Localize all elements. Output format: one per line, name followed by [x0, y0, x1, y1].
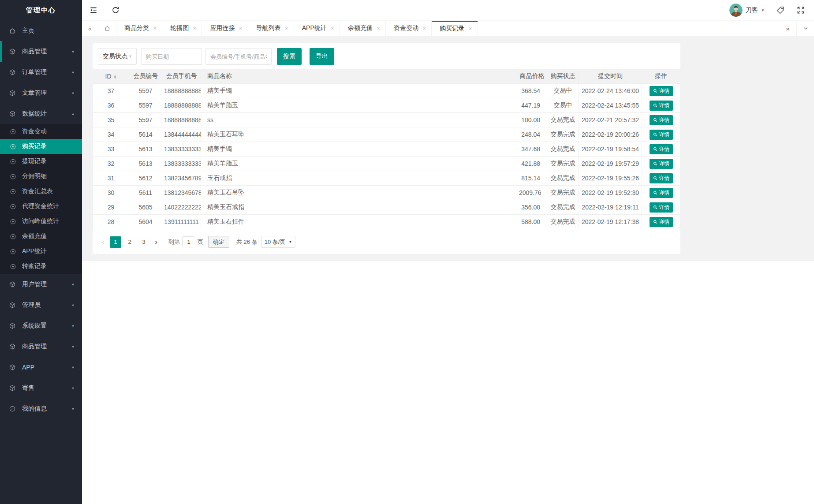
tab-nav-list[interactable]: 导航列表×	[248, 21, 294, 36]
jump-page-input[interactable]	[182, 236, 195, 247]
cell-member-no: 5613	[129, 142, 162, 157]
detail-button[interactable]: 详情	[650, 217, 673, 227]
detail-button-label: 详情	[659, 218, 670, 226]
sidebar-subitem-visit-peak-stats[interactable]: 访问峰值统计	[0, 214, 82, 229]
export-button[interactable]: 导出	[310, 48, 334, 65]
sidebar-item-article-manage[interactable]: 文章管理▼	[0, 82, 82, 103]
user-menu[interactable]: 刀客 ▼	[729, 4, 765, 17]
detail-button[interactable]: 详情	[650, 130, 673, 140]
sidebar-item-order-manage[interactable]: 订单管理▼	[0, 62, 82, 82]
cube-icon	[9, 69, 16, 76]
app-title: 管理中心	[0, 0, 82, 20]
cube-icon	[9, 90, 16, 97]
tabs-scroll-right-icon[interactable]: »	[779, 21, 796, 36]
detail-button-label: 详情	[659, 160, 670, 168]
cell-status: 交易完成	[547, 127, 579, 142]
sidebar-item-data-stats[interactable]: 数据统计▲	[0, 103, 82, 124]
page-size-select[interactable]: 10 条/页 ▼	[261, 236, 296, 248]
sidebar-item-consign[interactable]: 寄售▼	[0, 377, 82, 398]
sidebar-subitem-funds-change[interactable]: 资金变动	[0, 124, 82, 139]
cell-submit-time: 2022-02-19 12:19:11	[579, 200, 642, 215]
close-icon[interactable]: ×	[239, 25, 242, 32]
tabs-scroll-left-icon[interactable]: «	[82, 21, 98, 36]
tab-balance-recharge[interactable]: 余额充值×	[340, 21, 386, 36]
close-icon[interactable]: ×	[468, 25, 472, 32]
sidebar-subitem-label: 访问峰值统计	[22, 217, 59, 225]
chevron-down-icon: ▼	[71, 70, 75, 74]
detail-button[interactable]: 详情	[650, 188, 673, 198]
sidebar-subitem-purchase-records[interactable]: 购买记录	[0, 139, 82, 154]
sidebar-item-goods-manage[interactable]: 商品管理▼	[0, 41, 82, 62]
sidebar-subitem-commission-detail[interactable]: 分佣明细	[0, 169, 82, 184]
next-page-icon[interactable]: ›	[151, 236, 161, 248]
cell-product-name: 精美羊脂玉	[201, 98, 517, 113]
tab-app-link[interactable]: 应用连接×	[202, 21, 248, 36]
detail-button[interactable]: 详情	[650, 159, 673, 169]
sidebar-subitem-funds-summary[interactable]: 资金汇总表	[0, 184, 82, 199]
close-icon[interactable]: ×	[285, 25, 288, 32]
sidebar-item-home[interactable]: 主页	[0, 20, 82, 41]
cell-id: 36	[93, 98, 129, 113]
chevron-down-icon: ▼	[71, 282, 75, 286]
detail-button[interactable]: 详情	[650, 144, 673, 154]
sidebar-item-goods-manage-2[interactable]: 商品管理▼	[0, 336, 82, 357]
sidebar-item-app[interactable]: APP▼	[0, 357, 82, 377]
sidebar-subitem-balance-recharge[interactable]: 余额充值	[0, 229, 82, 244]
sidebar-item-admins[interactable]: 管理员▼	[0, 295, 82, 315]
page-button-1[interactable]: 1	[110, 236, 121, 248]
cell-phone: 13833333333	[162, 142, 201, 157]
cell-submit-time: 2022-02-19 19:57:29	[579, 157, 642, 171]
close-icon[interactable]: ×	[331, 25, 334, 32]
table-row: 36559718888888888精美羊脂玉447.19交易中2022-02-2…	[93, 98, 680, 113]
page-button-3[interactable]: 3	[138, 236, 149, 248]
close-icon[interactable]: ×	[377, 25, 380, 32]
close-icon[interactable]: ×	[153, 25, 157, 32]
tab-goods-category[interactable]: 商品分类×	[116, 21, 162, 36]
sidebar-item-system-settings[interactable]: 系统设置▼	[0, 315, 82, 336]
refresh-icon[interactable]	[111, 6, 120, 15]
cube-icon	[9, 322, 16, 329]
cell-actions: 详情	[642, 215, 680, 229]
sidebar-item-my-info[interactable]: 我的信息▼	[0, 398, 82, 419]
cell-price: 815.14	[517, 171, 547, 186]
tab-home[interactable]	[98, 21, 116, 36]
tab-funds-change[interactable]: 资金变动×	[386, 21, 432, 36]
jump-confirm-button[interactable]: 确定	[208, 236, 229, 248]
table-row: 28560413911111111精美玉石挂件588.00交易完成2022-02…	[93, 215, 680, 229]
sidebar-subitem-transfer-records[interactable]: 转账记录	[0, 259, 82, 274]
trade-status-label: 交易状态	[103, 52, 127, 60]
close-icon[interactable]: ×	[422, 25, 426, 32]
detail-button[interactable]: 详情	[650, 173, 673, 183]
fullscreen-icon[interactable]	[796, 6, 805, 15]
page-button-2[interactable]: 2	[124, 236, 135, 248]
tab-purchase-records[interactable]: 购买记录×	[432, 21, 478, 36]
sort-icon[interactable]: ▲▼	[114, 75, 117, 79]
detail-button[interactable]: 详情	[650, 101, 673, 111]
cell-price: 248.04	[517, 127, 547, 142]
tabbar-right: »	[779, 21, 814, 36]
keyword-input[interactable]	[205, 48, 272, 65]
detail-button-label: 详情	[659, 87, 670, 95]
topbar: 刀客 ▼	[82, 0, 814, 20]
tag-icon[interactable]	[776, 6, 785, 15]
cell-status: 交易完成	[547, 200, 579, 215]
menu-collapse-icon[interactable]	[89, 6, 98, 15]
column-header[interactable]: ID▲▼	[93, 69, 129, 84]
sidebar-subitem-withdraw-records[interactable]: 提现记录	[0, 154, 82, 169]
cell-actions: 详情	[642, 113, 680, 127]
detail-button[interactable]: 详情	[650, 86, 673, 96]
prev-page-icon[interactable]: ‹	[98, 236, 108, 248]
search-button[interactable]: 搜索	[277, 48, 302, 65]
detail-button[interactable]: 详情	[650, 202, 673, 213]
tabs-more-icon[interactable]	[796, 21, 814, 36]
sidebar-subitem-agent-funds-stats[interactable]: 代理资金统计	[0, 199, 82, 214]
purchase-date-input[interactable]	[141, 48, 202, 65]
sidebar-subitem-label: 代理资金统计	[22, 202, 59, 210]
trade-status-select[interactable]: 交易状态 ▼	[98, 48, 137, 65]
tab-app-stats[interactable]: APP统计×	[294, 21, 340, 36]
close-icon[interactable]: ×	[193, 25, 196, 32]
sidebar-subitem-app-stats[interactable]: APP统计	[0, 244, 82, 259]
tab-carousel[interactable]: 轮播图×	[162, 21, 202, 36]
detail-button[interactable]: 详情	[650, 115, 673, 125]
sidebar-item-user-manage[interactable]: 用户管理▼	[0, 274, 82, 295]
